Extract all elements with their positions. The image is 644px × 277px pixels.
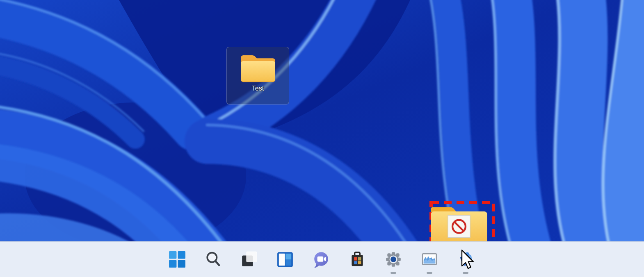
system-monitor-button[interactable]	[418, 247, 441, 275]
task-view-button[interactable]	[238, 247, 260, 275]
drag-folder-icon	[429, 200, 489, 246]
desktop-screen: Test	[0, 0, 644, 277]
store-bag-icon	[349, 251, 366, 268]
running-indicator	[427, 272, 432, 274]
widgets-button[interactable]	[274, 247, 297, 275]
running-indicator	[463, 272, 468, 274]
folder-icon	[239, 52, 277, 84]
running-indicator	[391, 272, 396, 274]
no-drop-icon	[448, 216, 470, 238]
search-icon	[205, 251, 222, 268]
desktop-folder-test[interactable]: Test	[226, 47, 289, 104]
mouse-cursor	[461, 250, 475, 269]
gear-icon	[385, 251, 402, 268]
taskbar	[0, 241, 644, 277]
start-button[interactable]	[166, 247, 189, 275]
performance-graph-icon	[421, 251, 438, 268]
task-view-icon	[240, 251, 258, 268]
wallpaper-bloom	[0, 0, 644, 277]
folder-label: Test	[252, 85, 264, 92]
windows-logo-icon	[169, 251, 186, 268]
search-button[interactable]	[202, 247, 225, 275]
chat-icon	[313, 251, 330, 268]
settings-button[interactable]	[382, 247, 405, 275]
widgets-icon	[276, 251, 294, 268]
microsoft-store-button[interactable]	[346, 247, 369, 275]
chat-button[interactable]	[310, 247, 333, 275]
